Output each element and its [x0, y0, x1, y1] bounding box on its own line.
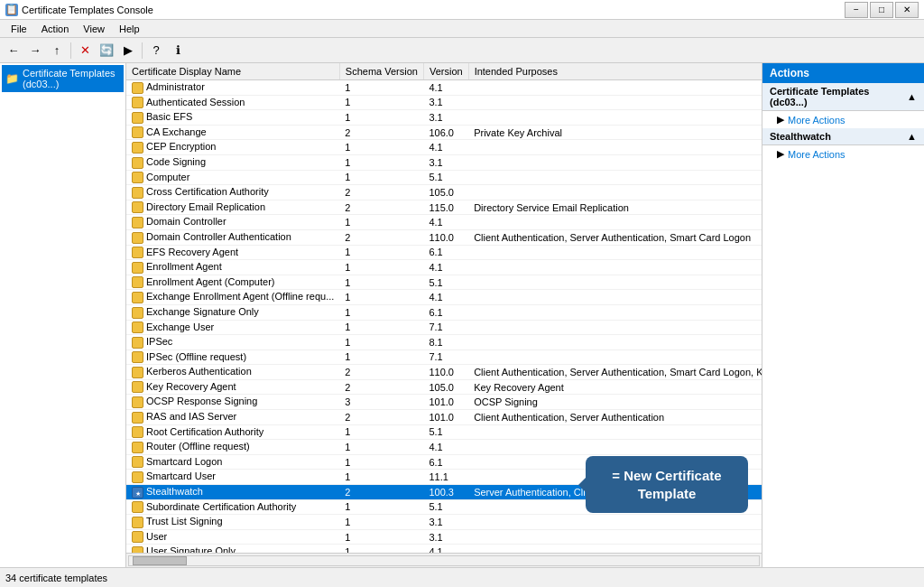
table-row[interactable]: RAS and IAS Server 2 101.0 Client Authen… [126, 410, 762, 425]
cert-purposes-cell [468, 529, 762, 545]
more-actions-link-1[interactable]: More Actions [788, 115, 845, 126]
cert-schema-cell: 1 [339, 440, 423, 455]
table-row[interactable]: Basic EFS 1 3.1 [126, 110, 762, 126]
help-toolbar-button[interactable]: ? [146, 41, 166, 61]
actions-section-cert-templates[interactable]: Certificate Templates (dc03...) ▲ [762, 83, 924, 111]
cert-purposes-cell [468, 260, 762, 275]
menu-file[interactable]: File [4, 22, 34, 36]
actions-section-stealthwatch-label: Stealthwatch [770, 131, 831, 142]
cert-schema-cell: 2 [339, 229, 423, 245]
table-row[interactable]: Key Recovery Agent 2 105.0 Key Recovery … [126, 379, 762, 395]
cert-purposes-cell [468, 215, 762, 230]
cert-name-cell: IPSec (Offline request) [126, 349, 339, 365]
actions-section-stealthwatch[interactable]: Stealthwatch ▲ [762, 128, 924, 145]
table-row[interactable]: Exchange User 1 7.1 [126, 320, 762, 335]
table-row[interactable]: CEP Encryption 1 4.1 [126, 140, 762, 155]
cert-icon [132, 247, 143, 258]
cert-name-cell: Root Certification Authority [126, 424, 339, 440]
more-actions-icon-2: ▶ [777, 148, 784, 160]
cert-schema-cell: 1 [339, 304, 423, 320]
table-row[interactable]: Domain Controller 1 4.1 [126, 215, 762, 230]
refresh-button[interactable]: 🔄 [97, 41, 116, 61]
table-row[interactable]: Domain Controller Authentication 2 110.0… [126, 229, 762, 245]
info-button[interactable]: ℹ [168, 41, 188, 61]
cert-name-cell: User Signature Only [126, 545, 339, 553]
restore-button[interactable]: □ [870, 2, 893, 18]
actions-cert-templates-more[interactable]: ▶ More Actions [762, 111, 924, 128]
cert-version-cell: 115.0 [423, 200, 468, 215]
table-row[interactable]: EFS Recovery Agent 1 6.1 [126, 245, 762, 260]
table-row[interactable]: Root Certification Authority 1 5.1 [126, 424, 762, 440]
table-row[interactable]: Authenticated Session 1 3.1 [126, 95, 762, 110]
cert-name-cell: Subordinate Certification Authority [126, 499, 339, 515]
cert-purposes-cell [468, 440, 762, 455]
table-row[interactable]: User Signature Only 1 4.1 [126, 545, 762, 553]
cert-icon [132, 426, 143, 438]
horizontal-scrollbar[interactable] [126, 553, 762, 567]
more-actions-icon-1: ▶ [777, 114, 784, 126]
cert-icon [132, 262, 143, 274]
actions-section-cert-templates-label: Certificate Templates (dc03...) [770, 86, 907, 107]
table-row[interactable]: IPSec (Offline request) 1 7.1 [126, 349, 762, 365]
cert-version-cell: 4.1 [423, 545, 468, 553]
table-row[interactable]: Trust List Signing 1 3.1 [126, 515, 762, 530]
cert-version-cell: 4.1 [423, 440, 468, 455]
cert-icon [132, 546, 143, 553]
left-panel-cert-templates[interactable]: 📁 Certificate Templates (dc03...) [2, 65, 124, 92]
cert-schema-cell: 1 [339, 275, 423, 290]
menu-action[interactable]: Action [34, 22, 77, 36]
cert-icon [132, 126, 143, 138]
main-layout: 📁 Certificate Templates (dc03...) Certif… [0, 63, 924, 567]
cert-name-cell: Computer [126, 170, 339, 185]
cert-purposes-cell [468, 245, 762, 260]
table-row[interactable]: Cross Certification Authority 2 105.0 [126, 185, 762, 200]
chevron-up-icon-1: ▲ [907, 91, 917, 102]
cert-purposes-cell [468, 154, 762, 170]
export-button[interactable]: ▶ [118, 41, 138, 61]
cert-version-cell: 5.1 [423, 424, 468, 440]
cert-purposes-cell [468, 515, 762, 530]
table-row[interactable]: Administrator 1 4.1 [126, 80, 762, 96]
table-row[interactable]: Code Signing 1 3.1 [126, 154, 762, 170]
menu-help[interactable]: Help [112, 22, 147, 36]
table-row[interactable]: Router (Offline request) 1 4.1 [126, 440, 762, 455]
back-button[interactable]: ← [4, 41, 23, 61]
table-row[interactable]: OCSP Response Signing 3 101.0 OCSP Signi… [126, 395, 762, 410]
col-header-version[interactable]: Version [423, 63, 468, 80]
table-row[interactable]: IPSec 1 8.1 [126, 335, 762, 350]
more-actions-link-2[interactable]: More Actions [788, 149, 845, 160]
col-header-schema[interactable]: Schema Version [339, 63, 423, 80]
close-button[interactable]: ✕ [895, 2, 919, 18]
cert-version-cell: 4.1 [423, 80, 468, 96]
cert-icon [132, 82, 143, 94]
cert-name-cell: Enrollment Agent (Computer) [126, 275, 339, 290]
actions-stealthwatch-more[interactable]: ▶ More Actions [762, 145, 924, 163]
minimize-button[interactable]: − [845, 2, 868, 18]
forward-button[interactable]: → [25, 41, 45, 61]
menu-view[interactable]: View [76, 22, 112, 36]
delete-button[interactable]: ✕ [75, 41, 95, 61]
table-row[interactable]: Computer 1 5.1 [126, 170, 762, 185]
table-row[interactable]: Enrollment Agent 1 4.1 [126, 260, 762, 275]
col-header-name[interactable]: Certificate Display Name [126, 63, 339, 80]
table-row[interactable]: Exchange Signature Only 1 6.1 [126, 304, 762, 320]
up-button[interactable]: ↑ [47, 41, 67, 61]
cert-schema-cell: 2 [339, 125, 423, 140]
table-row[interactable]: User 1 3.1 [126, 529, 762, 545]
table-row[interactable]: Directory Email Replication 2 115.0 Dire… [126, 200, 762, 215]
col-header-purposes[interactable]: Intended Purposes [468, 63, 762, 80]
cert-schema-cell: 1 [339, 454, 423, 470]
table-row[interactable]: Exchange Enrollment Agent (Offline requ.… [126, 290, 762, 305]
cert-icon [132, 412, 143, 424]
cert-version-cell: 3.1 [423, 154, 468, 170]
new-cert-tooltip: = New Certificate Template [586, 456, 748, 513]
cert-name-cell: Enrollment Agent [126, 260, 339, 275]
table-row[interactable]: CA Exchange 2 106.0 Private Key Archival [126, 125, 762, 140]
cert-purposes-cell [468, 80, 762, 96]
cert-name-cell: OCSP Response Signing [126, 395, 339, 410]
cert-purposes-cell: Key Recovery Agent [468, 379, 762, 395]
window-title: Certificate Templates Console [22, 5, 845, 15]
table-row[interactable]: Kerberos Authentication 2 110.0 Client A… [126, 365, 762, 380]
table-row[interactable]: Enrollment Agent (Computer) 1 5.1 [126, 275, 762, 290]
title-bar: 📋 Certificate Templates Console − □ ✕ [0, 0, 924, 20]
